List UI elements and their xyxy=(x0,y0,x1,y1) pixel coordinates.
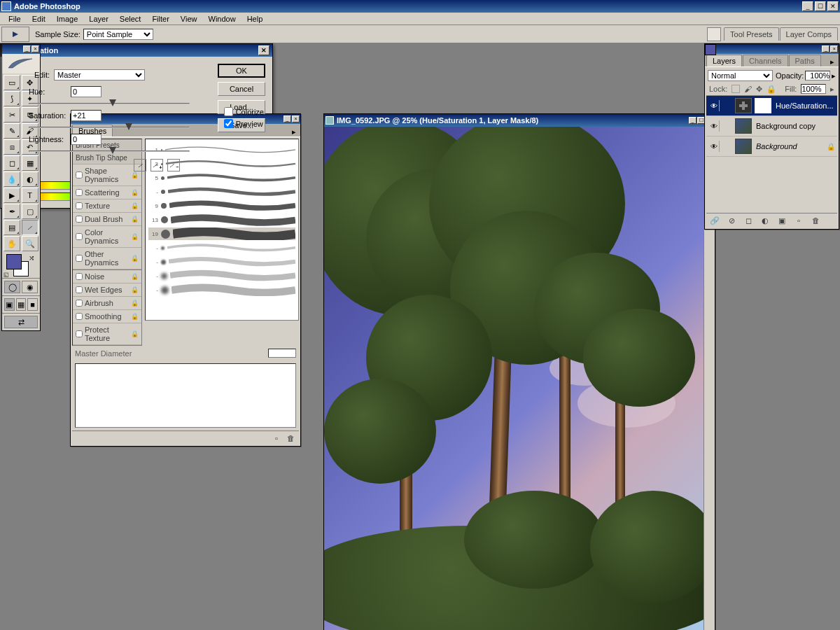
eyedropper-subtract-icon[interactable]: ⟋₋ xyxy=(167,159,180,172)
layers-close[interactable]: × xyxy=(830,46,838,52)
active-tool-eyedropper-icon[interactable] xyxy=(1,27,29,42)
swap-colors-icon[interactable]: ⤭ xyxy=(29,254,34,262)
preview-checkbox[interactable]: Preview xyxy=(224,119,264,128)
brush-protect-texture[interactable]: Protect Texture🔒 xyxy=(73,323,141,345)
menu-view[interactable]: View xyxy=(175,13,203,24)
eyedropper-icon[interactable]: ⟋ xyxy=(134,159,146,172)
brush-other-dynamics[interactable]: Other Dynamics🔒 xyxy=(73,248,141,270)
tab-tool-presets[interactable]: Tool Presets xyxy=(724,27,779,41)
layers-minimize[interactable]: _ xyxy=(822,46,830,52)
menu-file[interactable]: File xyxy=(3,13,27,24)
brush-noise[interactable]: Noise🔒 xyxy=(73,270,141,284)
shape-tool[interactable]: ▢ xyxy=(22,204,38,219)
fill-input[interactable] xyxy=(801,84,826,94)
layer-background-copy[interactable]: Background copy xyxy=(706,116,837,136)
brush-smoothing[interactable]: Smoothing🔒 xyxy=(73,310,141,323)
opacity-input[interactable] xyxy=(805,71,830,80)
eyedropper-add-icon[interactable]: ⟋₊ xyxy=(150,159,163,172)
color-fg-swatch[interactable] xyxy=(705,44,716,55)
lock-all-icon[interactable]: 🔒 xyxy=(766,85,776,94)
delete-layer-icon[interactable]: 🗑 xyxy=(810,216,821,225)
menu-layer[interactable]: Layer xyxy=(83,13,114,24)
minimize-button[interactable]: _ xyxy=(802,1,813,11)
new-brush-icon[interactable]: ▫ xyxy=(271,433,282,444)
standard-mode-icon[interactable]: ◯ xyxy=(4,281,20,293)
brush-airbrush[interactable]: Airbrush🔒 xyxy=(73,297,141,310)
visibility-icon[interactable] xyxy=(708,141,720,152)
tab-layer-comps[interactable]: Layer Comps xyxy=(780,27,838,41)
ok-button[interactable]: OK xyxy=(218,64,265,78)
visibility-icon[interactable] xyxy=(708,120,720,132)
notes-tool[interactable]: ▤ xyxy=(4,220,20,235)
type-tool[interactable]: T xyxy=(22,188,38,203)
colorize-checkbox[interactable]: Colorize xyxy=(224,107,264,116)
brushes-minimize[interactable]: _ xyxy=(284,115,291,122)
cancel-button[interactable]: Cancel xyxy=(218,82,265,96)
tab-channels[interactable]: Channels xyxy=(743,55,788,66)
eyedropper-tool[interactable]: ⟋ xyxy=(22,220,38,235)
brush-color-dynamics[interactable]: Color Dynamics🔒 xyxy=(73,226,141,248)
jump-to-imageready-icon[interactable]: ⇄ xyxy=(4,316,38,328)
brushes-menu-icon[interactable]: ▸ xyxy=(289,126,299,136)
layer-style-icon[interactable]: ⊘ xyxy=(726,216,737,225)
screen-full-icon[interactable]: ■ xyxy=(27,298,38,311)
screen-fullmenu-icon[interactable]: ▦ xyxy=(16,298,27,311)
layer-thumbnail[interactable] xyxy=(735,118,752,134)
master-diameter-input[interactable] xyxy=(268,349,296,358)
adjustment-layer-icon[interactable]: ◐ xyxy=(760,216,771,225)
lock-paint-icon[interactable]: 🖌 xyxy=(744,85,752,93)
screen-standard-icon[interactable]: ▣ xyxy=(4,298,15,311)
maximize-button[interactable]: ☐ xyxy=(815,1,826,11)
layer-hue-saturation[interactable]: Hue/Saturation... xyxy=(706,96,837,116)
brush-dual-brush[interactable]: Dual Brush🔒 xyxy=(73,213,141,226)
menu-select[interactable]: Select xyxy=(114,13,147,24)
toolbox-minimize[interactable]: _ xyxy=(23,46,31,52)
new-layer-icon[interactable]: ▫ xyxy=(793,216,804,225)
lock-position-icon[interactable]: ✥ xyxy=(756,85,762,94)
lightness-slider[interactable] xyxy=(29,150,190,152)
hand-tool[interactable]: ✋ xyxy=(4,236,20,251)
pen-tool[interactable]: ✒ xyxy=(4,204,20,219)
brush-scattering[interactable]: Scattering🔒 xyxy=(73,186,141,200)
zoom-tool[interactable]: 🔍 xyxy=(22,236,38,251)
lock-transparency-icon[interactable] xyxy=(732,85,740,93)
menu-edit[interactable]: Edit xyxy=(27,13,51,24)
layers-menu-icon[interactable]: ▸ xyxy=(827,56,837,66)
dialog-close-button[interactable]: ✕ xyxy=(258,46,270,55)
layer-mask-thumbnail[interactable] xyxy=(755,98,771,113)
menu-window[interactable]: Window xyxy=(203,13,241,24)
toolbox-close[interactable]: × xyxy=(31,46,39,52)
tab-paths[interactable]: Paths xyxy=(789,55,821,66)
hue-input[interactable] xyxy=(71,86,102,97)
layer-thumbnail[interactable] xyxy=(735,139,752,154)
path-select-tool[interactable]: ▶ xyxy=(4,188,20,203)
layer-mask-icon[interactable]: ◻ xyxy=(743,216,754,225)
brush-wet-edges[interactable]: Wet Edges🔒 xyxy=(73,284,141,297)
blend-mode-select[interactable]: Normal xyxy=(708,70,773,81)
layer-background[interactable]: Background 🔒 xyxy=(706,136,837,157)
saturation-slider[interactable] xyxy=(29,127,190,128)
palette-well-icon[interactable] xyxy=(707,27,721,41)
trash-icon[interactable]: 🗑 xyxy=(285,433,296,444)
tab-layers[interactable]: Layers xyxy=(706,55,742,66)
sample-size-select[interactable]: Point Sample xyxy=(83,29,153,40)
brush-texture[interactable]: Texture🔒 xyxy=(73,200,141,213)
saturation-input[interactable] xyxy=(71,110,102,121)
menu-image[interactable]: Image xyxy=(51,13,84,24)
default-colors-icon[interactable]: ◱ xyxy=(4,272,9,278)
new-group-icon[interactable]: ▣ xyxy=(776,216,788,225)
link-layers-icon[interactable]: 🔗 xyxy=(709,216,720,225)
quickmask-mode-icon[interactable]: ◉ xyxy=(22,281,38,293)
lock-icon: 🔒 xyxy=(827,143,835,150)
doc-minimize[interactable]: _ xyxy=(689,117,696,124)
menu-help[interactable]: Help xyxy=(241,13,269,24)
menu-filter[interactable]: Filter xyxy=(146,13,174,24)
lightness-input[interactable] xyxy=(71,134,102,145)
visibility-icon[interactable] xyxy=(708,100,720,111)
canvas[interactable] xyxy=(324,127,704,630)
foreground-color[interactable] xyxy=(6,254,22,270)
edit-select[interactable]: Master xyxy=(54,69,145,80)
hue-slider[interactable] xyxy=(29,103,190,104)
close-button[interactable]: ✕ xyxy=(827,1,839,11)
brushes-close[interactable]: × xyxy=(292,115,300,122)
